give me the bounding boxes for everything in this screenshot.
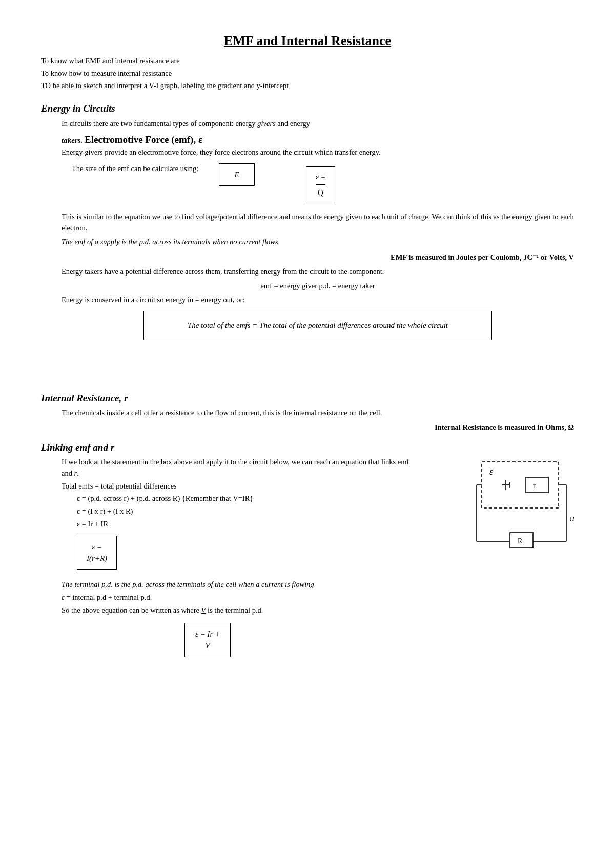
linking-body: If we look at the statement in the box a… bbox=[61, 457, 415, 574]
linking-intro: If we look at the statement in the box a… bbox=[61, 457, 415, 479]
eq3: ε = Ir + IR bbox=[77, 519, 415, 530]
terminal-italic: The terminal p.d. is the p.d. across the… bbox=[61, 579, 574, 590]
objectives: To know what EMF and internal resistance… bbox=[41, 56, 574, 91]
emf-energy-center: emf = energy giver p.d. = energy taker bbox=[61, 281, 574, 292]
total-emfs: Total emfs = total potential differences bbox=[61, 481, 415, 492]
svg-text:↓I: ↓I bbox=[569, 515, 574, 522]
linking-section: ε r ↓I R If we loo bbox=[41, 457, 574, 574]
objective-2: To know how to measure internal resistan… bbox=[41, 68, 574, 79]
eq5: So the above equation can be written as … bbox=[61, 605, 574, 617]
emf-italic-note: The emf of a supply is the p.d. across i… bbox=[61, 237, 574, 248]
svg-text:ε: ε bbox=[489, 467, 494, 477]
eq4: ε = internal p.d + terminal p.d. bbox=[61, 592, 574, 603]
svg-text:R: R bbox=[518, 537, 523, 545]
circuit-diagram: ε r ↓I R bbox=[430, 457, 574, 569]
final-formula-box: ε = Ir + V bbox=[184, 623, 231, 657]
formula-E-box: E bbox=[219, 163, 255, 186]
formula-row: The size of the emf can be calculate usi… bbox=[72, 163, 574, 206]
linking-formula-box: ε = I(r+R) bbox=[77, 536, 117, 570]
formula-eps-container: ε = Q bbox=[306, 163, 335, 206]
eq1: ε = (p.d. across r) + (p.d. across R) {R… bbox=[77, 493, 415, 504]
internal-resistance-text: The chemicals inside a cell offer a resi… bbox=[61, 408, 574, 419]
formula-label: The size of the emf can be calculate usi… bbox=[72, 163, 198, 178]
page-title: EMF and Internal Resistance bbox=[41, 31, 574, 51]
emf-heading-text: Electromotive Force (emf), ε bbox=[85, 134, 202, 145]
emf-description: Energy givers provide an electromotive f… bbox=[61, 147, 574, 158]
energy-in-circuits-heading: Energy in Circuits bbox=[41, 101, 574, 116]
internal-resistance-unit: Internal Resistance is measured in Ohms,… bbox=[61, 422, 574, 433]
emf-unit: EMF is measured in Joules per Coulomb, J… bbox=[61, 252, 574, 263]
formula-E-container: E bbox=[219, 163, 255, 186]
svg-rect-2 bbox=[525, 477, 548, 493]
takers-label: takers. bbox=[61, 136, 83, 144]
takers-emf-row: takers. Electromotive Force (emf), ε bbox=[61, 133, 574, 147]
svg-rect-0 bbox=[482, 462, 559, 508]
conservation-text: Energy is conserved in a circuit so ener… bbox=[61, 294, 574, 306]
eq2: ε = (I x r) + (I x R) bbox=[77, 506, 415, 517]
objective-3: TO be able to sketch and interpret a V-I… bbox=[41, 80, 574, 92]
energy-intro: In circuits there are two fundamental ty… bbox=[61, 118, 574, 130]
objective-1: To know what EMF and internal resistance… bbox=[41, 56, 574, 67]
svg-text:r: r bbox=[533, 482, 536, 490]
conservation-box: The total of the emfs = The total of the… bbox=[144, 311, 492, 340]
energy-takers-text: Energy takers have a potential differenc… bbox=[61, 266, 574, 278]
internal-resistance-heading: Internal Resistance, r bbox=[41, 391, 574, 406]
terminal-section: The terminal p.d. is the p.d. across the… bbox=[61, 579, 574, 661]
internal-resistance-body: The chemicals inside a cell offer a resi… bbox=[61, 408, 574, 433]
linking-heading: Linking emf and r bbox=[41, 440, 574, 455]
energy-in-circuits-body: In circuits there are two fundamental ty… bbox=[61, 118, 574, 130]
emf-fraction-box: ε = Q bbox=[306, 166, 335, 203]
emf-explanation: This is similar to the equation we use t… bbox=[61, 211, 574, 234]
emf-body: Energy givers provide an electromotive f… bbox=[61, 147, 574, 340]
